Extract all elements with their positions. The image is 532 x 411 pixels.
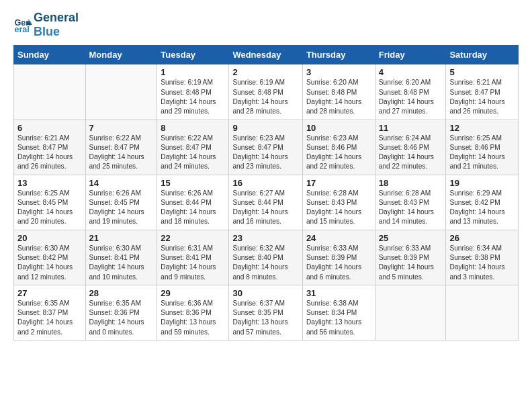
day-content: Sunrise: 6:33 AM Sunset: 8:39 PM Dayligh… — [379, 244, 443, 282]
day-content: Sunrise: 6:19 AM Sunset: 8:48 PM Dayligh… — [232, 78, 298, 116]
day-number: 19 — [449, 178, 515, 188]
day-number: 16 — [232, 178, 298, 188]
header: Gen eral General Blue — [13, 11, 519, 38]
day-number: 24 — [306, 233, 371, 243]
day-content: Sunrise: 6:34 AM Sunset: 8:38 PM Dayligh… — [449, 244, 515, 282]
calendar-cell: 10Sunrise: 6:23 AM Sunset: 8:46 PM Dayli… — [302, 120, 375, 175]
logo: Gen eral General Blue — [13, 11, 79, 38]
calendar-week-row: 6Sunrise: 6:21 AM Sunset: 8:47 PM Daylig… — [14, 120, 519, 175]
day-number: 27 — [17, 288, 82, 298]
day-number: 28 — [89, 288, 154, 298]
day-content: Sunrise: 6:19 AM Sunset: 8:48 PM Dayligh… — [161, 78, 225, 116]
logo-blue: Blue — [34, 25, 79, 39]
calendar-cell: 29Sunrise: 6:36 AM Sunset: 8:36 PM Dayli… — [157, 285, 229, 340]
calendar-cell: 3Sunrise: 6:20 AM Sunset: 8:48 PM Daylig… — [302, 64, 375, 120]
day-content: Sunrise: 6:20 AM Sunset: 8:48 PM Dayligh… — [306, 78, 371, 116]
day-content: Sunrise: 6:37 AM Sunset: 8:35 PM Dayligh… — [232, 299, 298, 337]
day-content: Sunrise: 6:38 AM Sunset: 8:34 PM Dayligh… — [306, 299, 371, 337]
day-number: 26 — [449, 233, 515, 243]
calendar-cell: 7Sunrise: 6:22 AM Sunset: 8:47 PM Daylig… — [85, 120, 157, 175]
calendar-cell: 25Sunrise: 6:33 AM Sunset: 8:39 PM Dayli… — [375, 230, 446, 285]
day-number: 20 — [17, 233, 82, 243]
weekday-header-monday: Monday — [85, 46, 157, 64]
day-number: 10 — [306, 123, 371, 133]
calendar-page: Gen eral General Blue SundayMondayTuesda… — [0, 0, 532, 354]
day-content: Sunrise: 6:20 AM Sunset: 8:48 PM Dayligh… — [379, 78, 443, 116]
day-number: 22 — [161, 233, 225, 243]
calendar-cell: 24Sunrise: 6:33 AM Sunset: 8:39 PM Dayli… — [302, 230, 375, 285]
calendar-cell: 17Sunrise: 6:28 AM Sunset: 8:43 PM Dayli… — [302, 175, 375, 230]
calendar-week-row: 13Sunrise: 6:25 AM Sunset: 8:45 PM Dayli… — [14, 175, 519, 230]
day-number: 2 — [232, 67, 298, 77]
day-number: 12 — [449, 123, 515, 133]
calendar-cell — [85, 64, 157, 120]
calendar-header-row: SundayMondayTuesdayWednesdayThursdayFrid… — [14, 46, 519, 64]
day-number: 23 — [232, 233, 298, 243]
weekday-header-friday: Friday — [375, 46, 446, 64]
day-content: Sunrise: 6:35 AM Sunset: 8:37 PM Dayligh… — [17, 299, 82, 337]
day-content: Sunrise: 6:28 AM Sunset: 8:43 PM Dayligh… — [306, 189, 371, 227]
day-number: 1 — [161, 67, 225, 77]
calendar-cell: 16Sunrise: 6:27 AM Sunset: 8:44 PM Dayli… — [229, 175, 302, 230]
day-content: Sunrise: 6:32 AM Sunset: 8:40 PM Dayligh… — [232, 244, 298, 282]
day-number: 7 — [89, 123, 154, 133]
day-content: Sunrise: 6:27 AM Sunset: 8:44 PM Dayligh… — [232, 189, 298, 227]
day-number: 18 — [379, 178, 443, 188]
day-content: Sunrise: 6:36 AM Sunset: 8:36 PM Dayligh… — [161, 299, 225, 337]
day-content: Sunrise: 6:26 AM Sunset: 8:45 PM Dayligh… — [89, 189, 154, 227]
calendar-cell: 2Sunrise: 6:19 AM Sunset: 8:48 PM Daylig… — [229, 64, 302, 120]
calendar-cell: 14Sunrise: 6:26 AM Sunset: 8:45 PM Dayli… — [85, 175, 157, 230]
day-content: Sunrise: 6:23 AM Sunset: 8:46 PM Dayligh… — [306, 134, 371, 172]
day-content: Sunrise: 6:33 AM Sunset: 8:39 PM Dayligh… — [306, 244, 371, 282]
day-number: 17 — [306, 178, 371, 188]
day-content: Sunrise: 6:25 AM Sunset: 8:46 PM Dayligh… — [449, 134, 515, 172]
calendar-cell: 31Sunrise: 6:38 AM Sunset: 8:34 PM Dayli… — [302, 285, 375, 340]
day-number: 31 — [306, 288, 371, 298]
weekday-header-saturday: Saturday — [446, 46, 519, 64]
day-content: Sunrise: 6:22 AM Sunset: 8:47 PM Dayligh… — [161, 134, 225, 172]
calendar-cell: 22Sunrise: 6:31 AM Sunset: 8:41 PM Dayli… — [157, 230, 229, 285]
day-content: Sunrise: 6:21 AM Sunset: 8:47 PM Dayligh… — [17, 134, 82, 172]
svg-text:eral: eral — [14, 25, 29, 34]
calendar-cell: 13Sunrise: 6:25 AM Sunset: 8:45 PM Dayli… — [14, 175, 86, 230]
calendar-cell: 23Sunrise: 6:32 AM Sunset: 8:40 PM Dayli… — [229, 230, 302, 285]
calendar-cell: 30Sunrise: 6:37 AM Sunset: 8:35 PM Dayli… — [229, 285, 302, 340]
weekday-header-wednesday: Wednesday — [229, 46, 302, 64]
calendar-cell: 27Sunrise: 6:35 AM Sunset: 8:37 PM Dayli… — [14, 285, 86, 340]
day-number: 3 — [306, 67, 371, 77]
calendar-cell — [375, 285, 446, 340]
calendar-cell: 5Sunrise: 6:21 AM Sunset: 8:47 PM Daylig… — [446, 64, 519, 120]
weekday-header-thursday: Thursday — [302, 46, 375, 64]
calendar-cell: 9Sunrise: 6:23 AM Sunset: 8:47 PM Daylig… — [229, 120, 302, 175]
calendar-week-row: 27Sunrise: 6:35 AM Sunset: 8:37 PM Dayli… — [14, 285, 519, 340]
weekday-header-sunday: Sunday — [14, 46, 86, 64]
calendar-cell: 18Sunrise: 6:28 AM Sunset: 8:43 PM Dayli… — [375, 175, 446, 230]
calendar-cell: 26Sunrise: 6:34 AM Sunset: 8:38 PM Dayli… — [446, 230, 519, 285]
day-content: Sunrise: 6:23 AM Sunset: 8:47 PM Dayligh… — [232, 134, 298, 172]
day-content: Sunrise: 6:21 AM Sunset: 8:47 PM Dayligh… — [449, 78, 515, 116]
day-content: Sunrise: 6:22 AM Sunset: 8:47 PM Dayligh… — [89, 134, 154, 172]
day-number: 8 — [161, 123, 225, 133]
calendar-week-row: 1Sunrise: 6:19 AM Sunset: 8:48 PM Daylig… — [14, 64, 519, 120]
day-content: Sunrise: 6:30 AM Sunset: 8:42 PM Dayligh… — [17, 244, 82, 282]
day-number: 5 — [449, 67, 515, 77]
day-number: 6 — [17, 123, 82, 133]
calendar-cell: 11Sunrise: 6:24 AM Sunset: 8:46 PM Dayli… — [375, 120, 446, 175]
day-content: Sunrise: 6:28 AM Sunset: 8:43 PM Dayligh… — [379, 189, 443, 227]
calendar-cell: 28Sunrise: 6:35 AM Sunset: 8:36 PM Dayli… — [85, 285, 157, 340]
calendar-cell — [446, 285, 519, 340]
calendar-cell: 1Sunrise: 6:19 AM Sunset: 8:48 PM Daylig… — [157, 64, 229, 120]
day-number: 13 — [17, 178, 82, 188]
day-number: 4 — [379, 67, 443, 77]
calendar-cell: 15Sunrise: 6:26 AM Sunset: 8:44 PM Dayli… — [157, 175, 229, 230]
weekday-header-tuesday: Tuesday — [157, 46, 229, 64]
day-number: 11 — [379, 123, 443, 133]
day-number: 14 — [89, 178, 154, 188]
calendar-cell: 20Sunrise: 6:30 AM Sunset: 8:42 PM Dayli… — [14, 230, 86, 285]
day-number: 25 — [379, 233, 443, 243]
day-number: 15 — [161, 178, 225, 188]
day-content: Sunrise: 6:29 AM Sunset: 8:42 PM Dayligh… — [449, 189, 515, 227]
calendar-table: SundayMondayTuesdayWednesdayThursdayFrid… — [13, 45, 519, 340]
day-number: 30 — [232, 288, 298, 298]
day-content: Sunrise: 6:26 AM Sunset: 8:44 PM Dayligh… — [161, 189, 225, 227]
